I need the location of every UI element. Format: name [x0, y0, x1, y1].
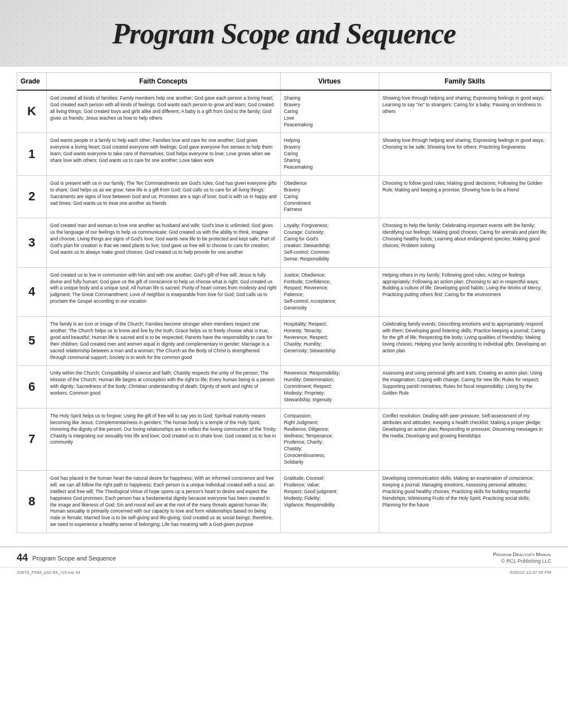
page: Program Scope and Sequence Grade Faith C…	[0, 0, 568, 728]
bottom-bar-left: 20679_PDM_p32-64_r16.ind 44	[17, 570, 80, 575]
footer: 44 Program Scope and Sequence Program Di…	[0, 547, 568, 567]
header: Program Scope and Sequence	[0, 0, 568, 67]
grade-column-header: Grade	[17, 73, 47, 91]
faith-cell: God created man and woman to love one an…	[47, 218, 281, 267]
table-container: Grade Faith Concepts Virtues Family Skil…	[0, 67, 568, 544]
grade-cell: 5	[17, 317, 47, 366]
table-header-row: Grade Faith Concepts Virtues Family Skil…	[17, 73, 551, 91]
family-cell: Choosing to follow good rules; Making go…	[379, 175, 551, 218]
table-row: 5The family is an icon or image of the C…	[17, 317, 551, 366]
faith-cell: God created all kinds of families; Famil…	[47, 90, 281, 133]
faith-cell: God wants people in a family to help eac…	[47, 133, 281, 175]
grade-cell: 3	[17, 218, 47, 267]
grade-cell: 1	[17, 133, 47, 175]
page-title: Program Scope and Sequence	[112, 17, 456, 50]
family-cell: Celebrating family events; Describing em…	[379, 317, 551, 366]
footer-page-number: 44	[17, 552, 28, 564]
table-row: 2God is present with us in our family; T…	[17, 175, 551, 218]
family-cell: Showing love through helping and sharing…	[379, 133, 551, 175]
bottom-bar-right: 5/25/10 12:37:45 PM	[510, 570, 551, 575]
faith-cell: The family is an icon or image of the Ch…	[47, 317, 281, 366]
faith-cell: The Holy Spirit helps us to forgive; Usi…	[47, 408, 281, 470]
grade-cell: 7	[17, 408, 47, 470]
table-row: 4God created us to live in communion wit…	[17, 267, 551, 316]
virtues-cell: Compassion; Right Judgment; Resilience; …	[280, 408, 379, 470]
virtues-cell: Reverence; Responsibility; Humility; Det…	[280, 366, 379, 408]
virtues-cell: Hospitality; Respect; Honesty; Tenacity;…	[280, 317, 379, 366]
grade-cell: 8	[17, 470, 47, 533]
virtues-cell: Loyalty; Forgiveness; Courage; Curiosity…	[280, 218, 379, 267]
faith-cell: God has placed in the human heart the na…	[47, 470, 281, 533]
family-cell: Developing communication skills; Making …	[379, 470, 551, 533]
faith-cell: God is present with us in our family; Th…	[47, 175, 281, 218]
family-cell: Assessing and using personal gifts and t…	[379, 366, 551, 408]
virtues-column-header: Virtues	[280, 73, 379, 91]
footer-left: 44 Program Scope and Sequence	[17, 552, 116, 564]
faith-column-header: Faith Concepts	[47, 73, 281, 91]
footer-right: Program Director's Manual © RCL Publishi…	[493, 552, 551, 564]
virtues-cell: Justice; Obedience; Fortitude; Confidenc…	[280, 267, 379, 316]
table-row: 1God wants people in a family to help ea…	[17, 133, 551, 175]
grade-cell: 6	[17, 366, 47, 408]
family-cell: Helping others in my family; Following g…	[379, 267, 551, 316]
faith-cell: God created us to live in communion with…	[47, 267, 281, 316]
faith-cell: Unity within the Church; Compatibility o…	[47, 366, 281, 408]
virtues-cell: Obedience Bravery Caring Commitment Fair…	[280, 175, 379, 218]
family-cell: Conflict resolution; Dealing with peer p…	[379, 408, 551, 470]
family-cell: Choosing to help the family; Celebrating…	[379, 218, 551, 267]
table-row: 3God created man and woman to love one a…	[17, 218, 551, 267]
virtues-cell: Helping Bravery Caring Sharing Peacemaki…	[280, 133, 379, 175]
table-row: 6Unity within the Church; Compatibility …	[17, 366, 551, 408]
grade-cell: 2	[17, 175, 47, 218]
footer-copyright: © RCL Publishing LLC	[493, 558, 551, 564]
grade-cell: 4	[17, 267, 47, 316]
footer-subtitle: Program Scope and Sequence	[32, 555, 116, 562]
footer-manual-label: Program Director's Manual	[493, 552, 551, 557]
family-cell: Showing love through helping and sharing…	[379, 90, 551, 133]
scope-sequence-table: Grade Faith Concepts Virtues Family Skil…	[17, 72, 551, 533]
grade-cell: K	[17, 90, 47, 133]
table-row: 8God has placed in the human heart the n…	[17, 470, 551, 533]
virtues-cell: Gratitude; Counsel; Prudence; Value; Res…	[280, 470, 379, 533]
family-column-header: Family Skills	[379, 73, 551, 91]
bottom-bar: 20679_PDM_p32-64_r16.ind 44 5/25/10 12:3…	[0, 567, 568, 577]
virtues-cell: Sharing Bravery Caring Love Peacemaking	[280, 90, 379, 133]
table-row: KGod created all kinds of families; Fami…	[17, 90, 551, 133]
table-row: 7The Holy Spirit helps us to forgive; Us…	[17, 408, 551, 470]
